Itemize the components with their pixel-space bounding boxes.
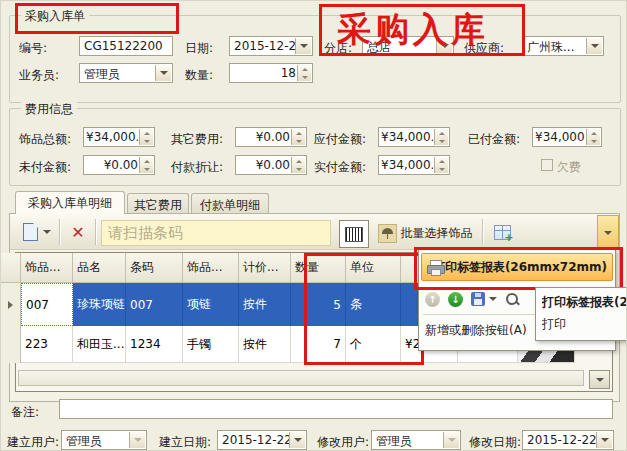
grid-header-qty[interactable]: 数量 [291,253,346,283]
clerk-combo[interactable]: 管理员 [79,63,173,83]
unpaid-label: 未付金额: [19,159,71,176]
cell-category[interactable]: 项链 [183,283,239,326]
actual-paid-stepper[interactable]: ¥34,000.00 [378,155,450,175]
payable-stepper[interactable]: ¥34,000.00 [378,127,450,147]
date-combo[interactable]: 2015-12-22 [229,36,313,56]
cell-qty[interactable]: 7 [291,326,346,363]
other-fee-stepper[interactable]: ¥0.00 [235,127,307,147]
clerk-label: 业务员: [19,67,59,84]
submenu-print[interactable]: 打印 [542,314,627,334]
chevron-down-icon [604,231,612,235]
cell-pricing[interactable]: 按件 [239,283,291,326]
delete-row-button[interactable]: ✕ [65,221,91,243]
spinner-arrows-icon[interactable] [297,65,311,81]
grid-header-pricing[interactable]: 计价... [239,253,291,283]
tab-payment-detail[interactable]: 付款单明细 [191,193,269,214]
cell-unit[interactable]: 个 [346,326,401,363]
save-split-button[interactable] [471,292,497,306]
barcode-scan-input[interactable] [101,220,331,246]
created-date-combo[interactable]: 2015-12-22 [217,430,307,450]
grid-header-indicator [1,253,21,283]
cell-name[interactable]: 和田玉... [73,326,126,363]
grid-header-name[interactable]: 品名 [73,253,126,283]
payable-label: 应付金额: [314,131,366,148]
fee-total-label: 饰品总额: [19,131,71,148]
created-date-label: 建立日期: [159,434,211,451]
discount-stepper[interactable]: ¥0.00 [235,155,307,175]
order-groupbox [9,15,621,103]
barcode-button[interactable] [339,220,369,248]
cell-pricing[interactable]: 按件 [239,326,291,363]
grid-header-category[interactable]: 饰品... [183,253,239,283]
print-submenu: 打印标签报表(2 打印 [535,287,627,341]
chevron-down-icon [489,297,497,301]
created-by-combo: 管理员 [61,430,147,450]
toolbar-overflow-button[interactable] [597,215,619,250]
modified-date-combo[interactable]: 2015-12-22 [522,430,614,450]
grid-header-item-code[interactable]: 饰品... [21,253,73,283]
chevron-down-icon [43,230,51,234]
qty-label: 数量: [185,67,213,84]
fee-groupbox-title: 费用信息 [21,101,77,118]
insert-grid-row-button[interactable]: + [489,221,515,243]
qty-stepper[interactable]: 18 [229,63,313,83]
chevron-down-icon[interactable] [155,65,171,81]
cell-qty[interactable]: 5 [291,283,346,326]
chevron-down-icon[interactable] [596,432,612,448]
grid-header-barcode[interactable]: 条码 [126,253,183,283]
tab-other-fees[interactable]: 其它费用 [127,193,189,214]
horizontal-scrollbar[interactable] [18,370,584,386]
chevron-down-icon[interactable] [289,432,305,448]
cell-unit[interactable]: 条 [346,283,401,326]
move-down-icon[interactable]: ↓ [448,292,463,307]
remark-label: 备注: [11,404,39,421]
cell-item-code[interactable]: 007 [21,283,73,326]
cell-category[interactable]: 手镯 [183,326,239,363]
discount-label: 付款折让: [171,159,223,176]
chevron-down-icon[interactable] [586,38,602,54]
row-indicator [1,326,21,363]
chevron-down-icon [596,378,604,382]
cell-barcode[interactable]: 007 [126,283,183,326]
save-icon [471,292,485,306]
new-row-button[interactable] [21,221,53,243]
supplier-combo[interactable]: 广州珠... [522,36,604,56]
cell-name[interactable]: 珍珠项链 [73,283,126,326]
row-arrow-icon [8,301,13,309]
barcode-icon [345,227,363,242]
cell-item-code[interactable]: 223 [21,326,73,363]
submenu-print-label-report[interactable]: 打印标签报表(2 [542,292,627,312]
paid-stepper[interactable]: ¥34,000.00 [532,127,602,147]
tab-inbound-detail[interactable]: 采购入库单明细 [15,191,125,214]
owe-checkbox[interactable] [541,159,553,171]
batch-select-button[interactable]: 批量选择饰品 [375,221,475,245]
unpaid-stepper[interactable]: ¥0.00 [83,155,155,175]
other-fee-label: 其它费用: [171,131,223,148]
new-document-icon [23,223,38,241]
delete-x-icon: ✕ [71,223,84,242]
fee-total-stepper[interactable]: ¥34,000.00 [83,127,155,147]
modified-date-label: 修改日期: [469,434,521,451]
date-label: 日期: [185,40,213,57]
row-indicator [1,283,21,326]
owe-checkbox-label: 欠费 [557,159,581,176]
created-by-label: 建立用户: [7,434,59,451]
chevron-down-icon [443,432,459,448]
cell-barcode[interactable]: 1234 [126,326,183,363]
printer-icon [427,260,428,274]
modified-by-combo: 管理员 [371,430,461,450]
order-no-input[interactable]: CG15122200 [79,36,173,56]
move-up-icon[interactable]: ↑ [425,292,440,307]
remark-input[interactable] [59,399,613,419]
print-label-report-item[interactable]: 打印标签报表(26mmx72mm) [421,253,613,281]
modified-by-label: 修改用户: [317,434,369,451]
preview-icon[interactable] [505,292,520,307]
annotation-stamp-text: 采购入库 [337,7,489,53]
chevron-down-icon[interactable] [295,38,311,54]
purchase-inbound-window: 采购入库单 编号: CG15122200 日期: 2015-12-22 分店: … [0,0,627,451]
scroll-down-button[interactable] [589,370,610,389]
grid-header-unit[interactable]: 单位 [346,253,401,283]
umbrella-icon [378,224,397,243]
chevron-down-icon [129,432,145,448]
order-no-label: 编号: [19,40,47,57]
